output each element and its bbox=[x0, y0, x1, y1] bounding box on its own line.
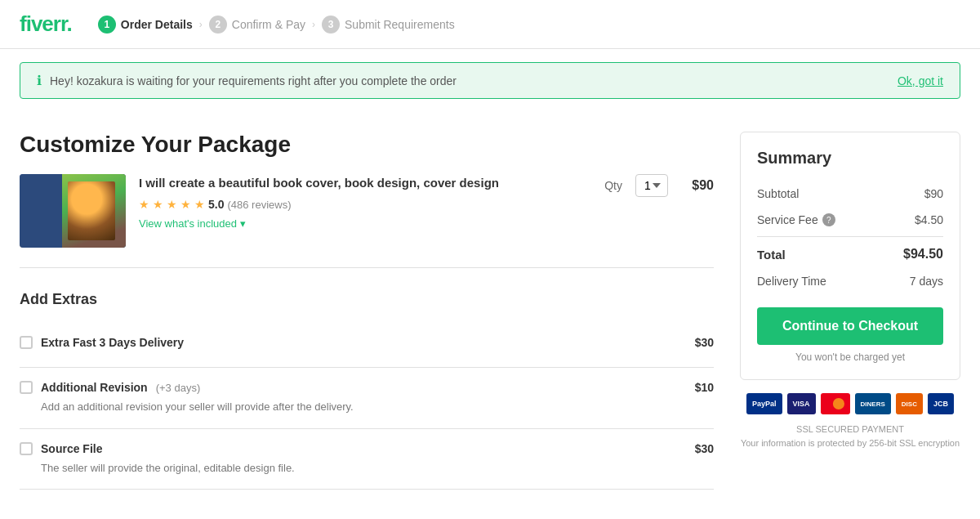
summary-title: Summary bbox=[757, 149, 943, 168]
extra-title-0: Extra Fast 3 Days Delivery bbox=[41, 336, 184, 349]
step-1: 1 Order Details bbox=[98, 16, 193, 34]
checkout-button[interactable]: Continue to Checkout bbox=[757, 307, 943, 345]
step-3-label: Submit Requirements bbox=[345, 18, 455, 31]
service-fee-value: $4.50 bbox=[915, 213, 943, 226]
product-rating: ★ ★ ★ ★ ★ 5.0 (486 reviews) bbox=[139, 198, 591, 211]
step-3: 3 Submit Requirements bbox=[322, 16, 455, 34]
sidebar: Summary Subtotal $90 Service Fee ? $4.50… bbox=[740, 112, 960, 490]
delivery-row: Delivery Time 7 days bbox=[757, 268, 943, 294]
extra-desc-2: The seller will provide the original, ed… bbox=[41, 460, 714, 476]
subtotal-value: $90 bbox=[924, 187, 943, 200]
mastercard-svg bbox=[826, 396, 844, 411]
discover-icon: DISC bbox=[896, 393, 923, 414]
view-included-link[interactable]: View what's included ▾ bbox=[139, 217, 591, 230]
star-4: ★ bbox=[180, 198, 191, 211]
step-1-number: 1 bbox=[98, 16, 116, 34]
delivery-value: 7 days bbox=[910, 275, 943, 288]
extra-checkbox-2[interactable] bbox=[20, 442, 33, 455]
extra-price-2: $30 bbox=[695, 442, 714, 455]
ssl-line2: Your information is protected by 256-bit… bbox=[740, 436, 960, 450]
mastercard-icon bbox=[821, 393, 850, 414]
service-fee-label: Service Fee ? bbox=[757, 213, 835, 226]
step-1-label: Order Details bbox=[121, 18, 193, 31]
extra-header-0: Extra Fast 3 Days Delivery $30 bbox=[20, 336, 714, 349]
extra-price-1: $10 bbox=[695, 381, 714, 394]
delivery-label: Delivery Time bbox=[757, 275, 826, 288]
star-2: ★ bbox=[153, 198, 163, 211]
extra-title-1: Additional Revision bbox=[41, 381, 148, 394]
jcb-icon: JCB bbox=[928, 393, 954, 414]
visa-icon: VISA bbox=[787, 393, 816, 414]
book-cover-figure bbox=[68, 181, 116, 240]
total-label: Total bbox=[757, 248, 786, 262]
step-2-number: 2 bbox=[209, 16, 227, 34]
extra-checkbox-0[interactable] bbox=[20, 336, 33, 349]
product-title: I will create a beautiful book cover, bo… bbox=[139, 174, 591, 191]
total-row: Total $94.50 bbox=[757, 236, 943, 268]
rating-count: (486 reviews) bbox=[227, 199, 291, 211]
paypal-icon: PayPal bbox=[746, 393, 782, 414]
chevron-down-icon: ▾ bbox=[240, 217, 246, 230]
subtotal-row: Subtotal $90 bbox=[757, 181, 943, 207]
steps-nav: 1 Order Details › 2 Confirm & Pay › 3 Su… bbox=[98, 16, 455, 34]
extra-header-2: Source File $30 bbox=[20, 442, 714, 455]
fiverr-logo: fiverr. bbox=[20, 11, 72, 37]
product-price: $90 bbox=[681, 178, 714, 193]
no-charge-text: You won't be charged yet bbox=[757, 351, 943, 363]
banner-dismiss-link[interactable]: Ok, got it bbox=[898, 74, 943, 87]
book-cover-art bbox=[20, 174, 126, 248]
extra-desc-1: Add an additional revision your seller w… bbox=[41, 399, 714, 415]
star-1: ★ bbox=[139, 198, 149, 211]
step-2-label: Confirm & Pay bbox=[232, 18, 305, 31]
content-area: Customize Your Package I will create a b… bbox=[20, 112, 740, 490]
product-right: Qty 1 2 3 $90 bbox=[604, 174, 714, 197]
payment-icons: PayPal VISA DINERS DISC JCB bbox=[740, 393, 960, 414]
product-image bbox=[20, 174, 126, 248]
main-content: Customize Your Package I will create a b… bbox=[0, 112, 980, 509]
product-row: I will create a beautiful book cover, bo… bbox=[20, 174, 714, 268]
extra-checkbox-1[interactable] bbox=[20, 381, 33, 394]
ssl-line1: SSL SECURED PAYMENT bbox=[740, 423, 960, 436]
extra-title-2: Source File bbox=[41, 442, 102, 455]
arrow-2: › bbox=[312, 19, 315, 30]
extra-price-0: $30 bbox=[695, 336, 714, 349]
notification-banner: ℹ Hey! kozakura is waiting for your requ… bbox=[20, 62, 960, 99]
star-5: ★ bbox=[194, 198, 205, 211]
service-fee-info-icon[interactable]: ? bbox=[822, 213, 835, 226]
star-3: ★ bbox=[167, 198, 177, 211]
banner-message: Hey! kozakura is waiting for your requir… bbox=[50, 74, 457, 87]
extra-header-left-1: Additional Revision (+3 days) bbox=[20, 381, 200, 394]
ssl-text: SSL SECURED PAYMENT Your information is … bbox=[740, 423, 960, 450]
extra-header-1: Additional Revision (+3 days) $10 bbox=[20, 381, 714, 394]
qty-label: Qty bbox=[604, 179, 622, 192]
product-info: I will create a beautiful book cover, bo… bbox=[139, 174, 591, 230]
extra-item-2: Source File $30 The seller will provide … bbox=[20, 429, 714, 490]
service-fee-row: Service Fee ? $4.50 bbox=[757, 207, 943, 233]
view-included-text: View what's included bbox=[139, 217, 237, 230]
extra-header-left-2: Source File bbox=[20, 442, 110, 455]
svg-point-1 bbox=[832, 398, 844, 409]
qty-select[interactable]: 1 2 3 bbox=[635, 174, 668, 197]
step-3-number: 3 bbox=[322, 16, 340, 34]
arrow-1: › bbox=[199, 19, 203, 30]
diners-icon: DINERS bbox=[855, 393, 891, 414]
summary-box: Summary Subtotal $90 Service Fee ? $4.50… bbox=[740, 132, 960, 380]
extra-item-1: Additional Revision (+3 days) $10 Add an… bbox=[20, 368, 714, 429]
banner-content: ℹ Hey! kozakura is waiting for your requ… bbox=[37, 73, 457, 88]
extra-header-left-0: Extra Fast 3 Days Delivery bbox=[20, 336, 192, 349]
extra-days-1: (+3 days) bbox=[156, 382, 201, 394]
page-title: Customize Your Package bbox=[20, 132, 714, 158]
extras-section-title: Add Extras bbox=[20, 291, 714, 308]
step-2: 2 Confirm & Pay bbox=[209, 16, 305, 34]
header: fiverr. 1 Order Details › 2 Confirm & Pa… bbox=[0, 0, 980, 49]
info-icon: ℹ bbox=[37, 73, 42, 88]
subtotal-label: Subtotal bbox=[757, 187, 799, 200]
extra-item-0: Extra Fast 3 Days Delivery $30 bbox=[20, 323, 714, 368]
total-value: $94.50 bbox=[903, 247, 943, 262]
rating-value: 5.0 bbox=[208, 198, 224, 211]
